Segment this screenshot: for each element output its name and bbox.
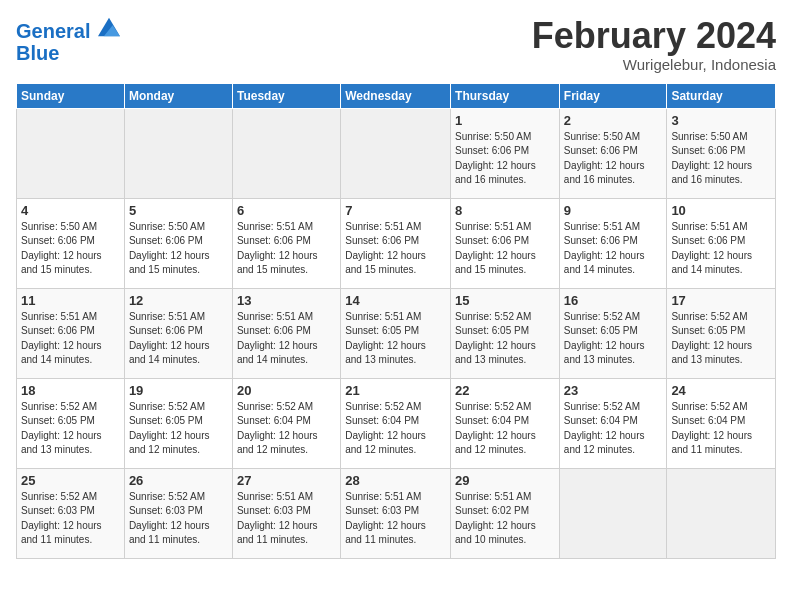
- day-cell: 1Sunrise: 5:50 AM Sunset: 6:06 PM Daylig…: [451, 108, 560, 198]
- day-cell: 15Sunrise: 5:52 AM Sunset: 6:05 PM Dayli…: [451, 288, 560, 378]
- week-row-5: 25Sunrise: 5:52 AM Sunset: 6:03 PM Dayli…: [17, 468, 776, 558]
- day-cell: 21Sunrise: 5:52 AM Sunset: 6:04 PM Dayli…: [341, 378, 451, 468]
- day-cell: 18Sunrise: 5:52 AM Sunset: 6:05 PM Dayli…: [17, 378, 125, 468]
- week-row-1: 1Sunrise: 5:50 AM Sunset: 6:06 PM Daylig…: [17, 108, 776, 198]
- day-number: 8: [455, 203, 555, 218]
- header-cell-sunday: Sunday: [17, 83, 125, 108]
- day-number: 20: [237, 383, 336, 398]
- day-cell: 3Sunrise: 5:50 AM Sunset: 6:06 PM Daylig…: [667, 108, 776, 198]
- day-cell: 24Sunrise: 5:52 AM Sunset: 6:04 PM Dayli…: [667, 378, 776, 468]
- day-cell: 17Sunrise: 5:52 AM Sunset: 6:05 PM Dayli…: [667, 288, 776, 378]
- day-number: 3: [671, 113, 771, 128]
- day-cell: [124, 108, 232, 198]
- day-number: 29: [455, 473, 555, 488]
- day-number: 19: [129, 383, 228, 398]
- day-detail: Sunrise: 5:51 AM Sunset: 6:06 PM Dayligh…: [455, 220, 555, 278]
- day-number: 26: [129, 473, 228, 488]
- day-cell: 19Sunrise: 5:52 AM Sunset: 6:05 PM Dayli…: [124, 378, 232, 468]
- calendar-table: SundayMondayTuesdayWednesdayThursdayFrid…: [16, 83, 776, 559]
- day-cell: 8Sunrise: 5:51 AM Sunset: 6:06 PM Daylig…: [451, 198, 560, 288]
- day-cell: 16Sunrise: 5:52 AM Sunset: 6:05 PM Dayli…: [559, 288, 667, 378]
- day-cell: [341, 108, 451, 198]
- day-number: 16: [564, 293, 663, 308]
- day-detail: Sunrise: 5:51 AM Sunset: 6:06 PM Dayligh…: [564, 220, 663, 278]
- day-cell: [232, 108, 340, 198]
- day-number: 5: [129, 203, 228, 218]
- day-cell: 29Sunrise: 5:51 AM Sunset: 6:02 PM Dayli…: [451, 468, 560, 558]
- day-detail: Sunrise: 5:51 AM Sunset: 6:02 PM Dayligh…: [455, 490, 555, 548]
- day-cell: 2Sunrise: 5:50 AM Sunset: 6:06 PM Daylig…: [559, 108, 667, 198]
- day-cell: 27Sunrise: 5:51 AM Sunset: 6:03 PM Dayli…: [232, 468, 340, 558]
- day-number: 13: [237, 293, 336, 308]
- day-number: 6: [237, 203, 336, 218]
- day-detail: Sunrise: 5:50 AM Sunset: 6:06 PM Dayligh…: [21, 220, 120, 278]
- day-cell: 23Sunrise: 5:52 AM Sunset: 6:04 PM Dayli…: [559, 378, 667, 468]
- title-block: February 2024 Wurigelebur, Indonesia: [532, 16, 776, 73]
- day-detail: Sunrise: 5:52 AM Sunset: 6:03 PM Dayligh…: [129, 490, 228, 548]
- header-cell-thursday: Thursday: [451, 83, 560, 108]
- day-cell: 20Sunrise: 5:52 AM Sunset: 6:04 PM Dayli…: [232, 378, 340, 468]
- day-detail: Sunrise: 5:51 AM Sunset: 6:06 PM Dayligh…: [345, 220, 446, 278]
- day-detail: Sunrise: 5:52 AM Sunset: 6:04 PM Dayligh…: [237, 400, 336, 458]
- header-cell-saturday: Saturday: [667, 83, 776, 108]
- day-detail: Sunrise: 5:52 AM Sunset: 6:05 PM Dayligh…: [564, 310, 663, 368]
- day-cell: 11Sunrise: 5:51 AM Sunset: 6:06 PM Dayli…: [17, 288, 125, 378]
- day-number: 12: [129, 293, 228, 308]
- day-detail: Sunrise: 5:51 AM Sunset: 6:03 PM Dayligh…: [237, 490, 336, 548]
- day-number: 1: [455, 113, 555, 128]
- day-cell: [17, 108, 125, 198]
- day-detail: Sunrise: 5:52 AM Sunset: 6:05 PM Dayligh…: [671, 310, 771, 368]
- page-header: General Blue February 2024 Wurigelebur, …: [16, 16, 776, 73]
- day-cell: [667, 468, 776, 558]
- day-number: 7: [345, 203, 446, 218]
- day-detail: Sunrise: 5:50 AM Sunset: 6:06 PM Dayligh…: [564, 130, 663, 188]
- calendar-body: 1Sunrise: 5:50 AM Sunset: 6:06 PM Daylig…: [17, 108, 776, 558]
- day-number: 21: [345, 383, 446, 398]
- day-number: 24: [671, 383, 771, 398]
- day-cell: 9Sunrise: 5:51 AM Sunset: 6:06 PM Daylig…: [559, 198, 667, 288]
- day-number: 22: [455, 383, 555, 398]
- day-detail: Sunrise: 5:51 AM Sunset: 6:03 PM Dayligh…: [345, 490, 446, 548]
- day-detail: Sunrise: 5:50 AM Sunset: 6:06 PM Dayligh…: [455, 130, 555, 188]
- day-number: 2: [564, 113, 663, 128]
- day-cell: 25Sunrise: 5:52 AM Sunset: 6:03 PM Dayli…: [17, 468, 125, 558]
- day-detail: Sunrise: 5:50 AM Sunset: 6:06 PM Dayligh…: [129, 220, 228, 278]
- header-cell-monday: Monday: [124, 83, 232, 108]
- day-number: 23: [564, 383, 663, 398]
- day-detail: Sunrise: 5:50 AM Sunset: 6:06 PM Dayligh…: [671, 130, 771, 188]
- day-number: 27: [237, 473, 336, 488]
- day-cell: 12Sunrise: 5:51 AM Sunset: 6:06 PM Dayli…: [124, 288, 232, 378]
- week-row-3: 11Sunrise: 5:51 AM Sunset: 6:06 PM Dayli…: [17, 288, 776, 378]
- day-number: 15: [455, 293, 555, 308]
- location-subtitle: Wurigelebur, Indonesia: [532, 56, 776, 73]
- day-detail: Sunrise: 5:51 AM Sunset: 6:06 PM Dayligh…: [21, 310, 120, 368]
- day-cell: 26Sunrise: 5:52 AM Sunset: 6:03 PM Dayli…: [124, 468, 232, 558]
- day-number: 10: [671, 203, 771, 218]
- day-detail: Sunrise: 5:51 AM Sunset: 6:06 PM Dayligh…: [671, 220, 771, 278]
- day-number: 28: [345, 473, 446, 488]
- day-number: 18: [21, 383, 120, 398]
- day-number: 9: [564, 203, 663, 218]
- day-cell: 10Sunrise: 5:51 AM Sunset: 6:06 PM Dayli…: [667, 198, 776, 288]
- day-cell: 7Sunrise: 5:51 AM Sunset: 6:06 PM Daylig…: [341, 198, 451, 288]
- calendar-header: SundayMondayTuesdayWednesdayThursdayFrid…: [17, 83, 776, 108]
- day-cell: 22Sunrise: 5:52 AM Sunset: 6:04 PM Dayli…: [451, 378, 560, 468]
- week-row-2: 4Sunrise: 5:50 AM Sunset: 6:06 PM Daylig…: [17, 198, 776, 288]
- day-number: 14: [345, 293, 446, 308]
- day-detail: Sunrise: 5:52 AM Sunset: 6:04 PM Dayligh…: [564, 400, 663, 458]
- day-cell: 6Sunrise: 5:51 AM Sunset: 6:06 PM Daylig…: [232, 198, 340, 288]
- day-detail: Sunrise: 5:52 AM Sunset: 6:04 PM Dayligh…: [455, 400, 555, 458]
- day-number: 17: [671, 293, 771, 308]
- logo: General Blue: [16, 16, 120, 64]
- day-cell: [559, 468, 667, 558]
- day-detail: Sunrise: 5:51 AM Sunset: 6:06 PM Dayligh…: [129, 310, 228, 368]
- day-detail: Sunrise: 5:51 AM Sunset: 6:06 PM Dayligh…: [237, 220, 336, 278]
- header-cell-friday: Friday: [559, 83, 667, 108]
- header-row: SundayMondayTuesdayWednesdayThursdayFrid…: [17, 83, 776, 108]
- day-cell: 13Sunrise: 5:51 AM Sunset: 6:06 PM Dayli…: [232, 288, 340, 378]
- header-cell-wednesday: Wednesday: [341, 83, 451, 108]
- logo-text: General: [16, 16, 120, 42]
- day-detail: Sunrise: 5:52 AM Sunset: 6:05 PM Dayligh…: [455, 310, 555, 368]
- month-title: February 2024: [532, 16, 776, 56]
- day-cell: 5Sunrise: 5:50 AM Sunset: 6:06 PM Daylig…: [124, 198, 232, 288]
